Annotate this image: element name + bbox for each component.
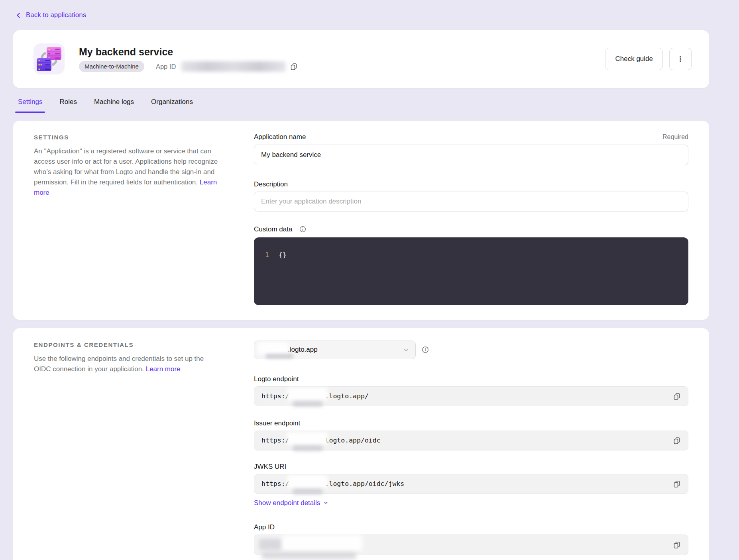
code-line: 1 {} [263,250,680,260]
app-header-info: My backend service Machine-to-Machine Ap… [79,46,298,72]
endpoints-section-description: Use the following endpoints and credenti… [34,354,220,374]
application-name-label: Application name [254,133,306,141]
jwks-uri-redacted [289,480,325,488]
issuer-endpoint-field: https:/ logto.app/oidc [254,431,688,450]
copy-logto-endpoint-button[interactable] [673,392,681,400]
domain-info-icon[interactable] [421,346,429,354]
chevron-down-icon [323,500,328,505]
tab-machine-logs[interactable]: Machine logs [91,96,137,113]
app-id-field [254,535,688,555]
page-title: My backend service [79,46,298,58]
app-id-label: App ID [156,63,176,70]
custom-data-label-text: Custom data [254,225,292,233]
jwks-uri-label: JWKS URI [254,463,688,471]
app-id-redacted-value [181,61,286,72]
issuer-endpoint-redacted [289,436,325,445]
copy-icon [673,480,681,488]
issuer-endpoint-suffix: logto.app/oidc [325,437,381,444]
show-endpoint-details-link[interactable]: Show endpoint details [254,499,328,507]
application-details-page: Back to applications [13,0,709,560]
tab-organizations[interactable]: Organizations [148,96,196,113]
custom-data-info-icon[interactable] [299,225,307,233]
issuer-endpoint-prefix: https:/ [261,437,289,444]
back-link-label: Back to applications [26,11,86,19]
logto-endpoint-redacted [289,392,325,401]
description-input[interactable] [254,192,688,211]
chevron-down-icon [403,347,410,354]
copy-app-id-value-button[interactable] [673,541,681,549]
description-label: Description [254,180,288,188]
required-hint: Required [662,133,688,141]
logto-endpoint-field: https:/ .logto.app/ [254,386,688,406]
settings-section-description: An "Application" is a registered softwar… [34,146,220,198]
meta-divider [150,63,150,70]
copy-icon [673,392,681,400]
logto-endpoint-suffix: .logto.app/ [325,392,369,400]
app-id-field-label: App ID [254,523,688,531]
domain-row: .logto.app [254,341,688,359]
back-to-applications-link[interactable]: Back to applications [15,11,86,19]
domain-select[interactable]: .logto.app [254,341,416,359]
settings-section-heading: SETTINGS [34,133,220,141]
app-header-card: My backend service Machine-to-Machine Ap… [13,30,709,88]
copy-icon [673,437,681,444]
check-guide-button[interactable]: Check guide [605,48,663,70]
app-type-badge: Machine-to-Machine [79,61,144,72]
app-id-value-redacted [261,540,357,549]
endpoints-section-heading: ENDPOINTS & CREDENTIALS [34,341,220,348]
issuer-endpoint-label: Issuer endpoint [254,419,688,427]
jwks-uri-prefix: https:/ [261,480,289,488]
tab-roles[interactable]: Roles [57,96,79,113]
code-line-number: 1 [263,250,269,260]
kebab-menu-icon [676,55,684,63]
application-name-input[interactable] [254,145,688,165]
tab-settings[interactable]: Settings [15,96,45,113]
tab-bar: Settings Roles Machine logs Organization… [15,96,709,113]
copy-icon [290,63,298,70]
machine-to-machine-app-icon [33,43,65,74]
logto-endpoint-prefix: https:/ [261,392,289,400]
custom-data-label: Custom data [254,225,307,233]
header-actions: Check guide [605,48,692,70]
code-content: {} [279,250,287,260]
endpoints-learn-more-link[interactable]: Learn more [146,365,181,373]
settings-description-text: An "Application" is a registered softwar… [34,147,218,186]
show-endpoint-details-label: Show endpoint details [254,499,320,507]
copy-icon [673,541,681,549]
logto-endpoint-label: Logto endpoint [254,375,688,383]
domain-select-value: .logto.app [288,346,318,354]
copy-issuer-endpoint-button[interactable] [673,437,681,444]
tenant-id-redacted [261,345,288,354]
custom-data-code-editor[interactable]: 1 {} [254,237,688,305]
jwks-uri-field: https:/ .logto.app/oidc/jwks [254,474,688,494]
copy-jwks-uri-button[interactable] [673,480,681,488]
chevron-left-icon [15,12,22,19]
endpoints-credentials-card: ENDPOINTS & CREDENTIALS Use the followin… [13,328,709,560]
jwks-uri-suffix: .logto.app/oidc/jwks [325,480,405,488]
copy-app-id-button[interactable] [290,63,298,70]
more-actions-button[interactable] [669,48,692,70]
settings-card: SETTINGS An "Application" is a registere… [13,121,709,320]
